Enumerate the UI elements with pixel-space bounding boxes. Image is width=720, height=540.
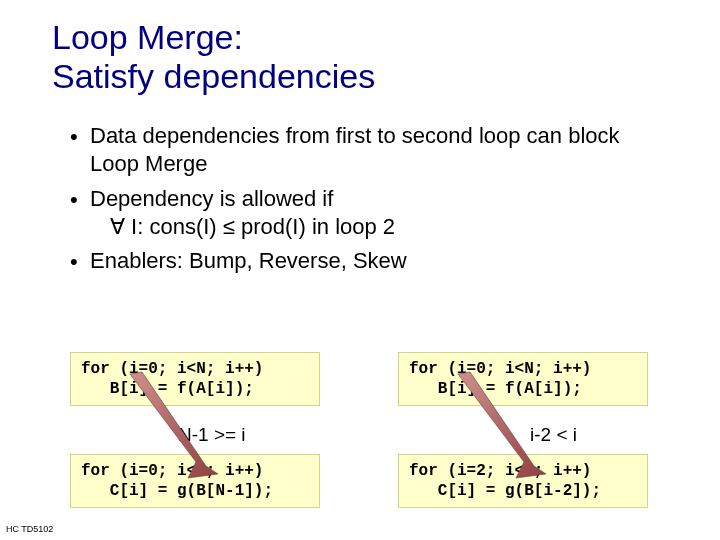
slide-title: Loop Merge: Satisfy dependencies [0,18,720,96]
bullet-3: Enablers: Bump, Reverse, Skew [70,247,672,275]
code-right-bot: for (i=2; i<N; i++) C[i] = g(B[i-2]); [398,454,648,508]
bullet-2-text: Dependency is allowed if [90,186,333,211]
slide: Loop Merge: Satisfy dependencies Data de… [0,0,720,540]
slide-footer: HC TD5102 [6,524,53,534]
title-line-2: Satisfy dependencies [52,57,720,96]
bullet-1: Data dependencies from first to second l… [70,122,672,178]
code-right-top: for (i=0; i<N; i++) B[i] = f(A[i]); [398,352,648,406]
title-line-1: Loop Merge: [52,18,720,57]
annotation-right: i-2 < i [530,424,577,446]
bullet-2-sub: ∀ I: cons(I) ≤ prod(I) in loop 2 [90,213,672,241]
code-left-bot: for (i=0; i<N; i++) C[i] = g(B[N-1]); [70,454,320,508]
code-left-top: for (i=0; i<N; i++) B[i] = f(A[i]); [70,352,320,406]
annotation-left: N-1 >= i [178,424,246,446]
bullet-2: Dependency is allowed if ∀ I: cons(I) ≤ … [70,185,672,241]
slide-body: Data dependencies from first to second l… [0,96,720,275]
